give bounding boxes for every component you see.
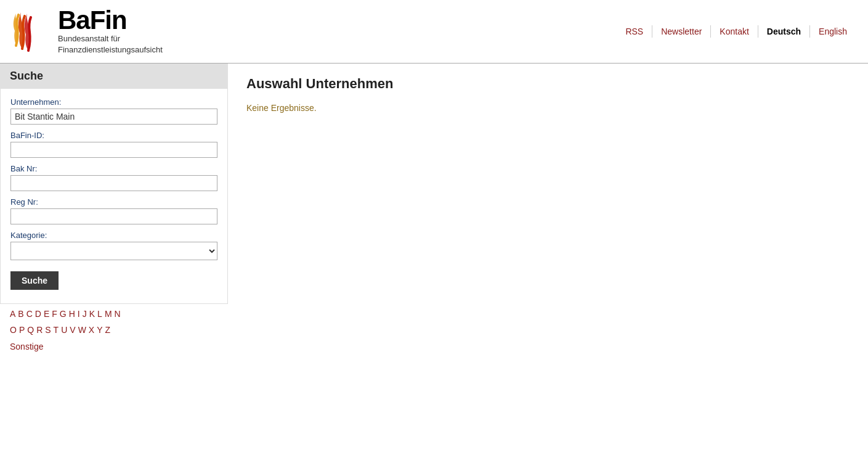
alpha-W[interactable]: W	[78, 322, 86, 338]
page-header: BaFin Bundesanstalt für Finanzdienstleis…	[0, 0, 868, 63]
alpha-M[interactable]: M	[105, 306, 112, 322]
alpha-R[interactable]: R	[36, 322, 43, 338]
nav-deutsch[interactable]: Deutsch	[758, 25, 810, 38]
kategorie-group: Kategorie:	[10, 231, 217, 260]
alpha-D[interactable]: D	[35, 306, 41, 322]
bafin-id-label: BaFin-ID:	[10, 131, 217, 140]
unternehmen-input[interactable]	[10, 109, 217, 125]
sidebar: Suche Unternehmen: BaFin-ID: Bak Nr: Reg…	[0, 64, 228, 369]
alpha-A[interactable]: A	[10, 306, 15, 322]
alpha-K[interactable]: K	[89, 306, 95, 322]
alpha-P[interactable]: P	[19, 322, 25, 338]
unternehmen-label: Unternehmen:	[10, 97, 217, 107]
logo-bafin-text: BaFin	[58, 7, 163, 33]
alpha-C[interactable]: C	[26, 306, 33, 322]
no-results-text: Keine Ergebnisse.	[246, 103, 850, 113]
nav-kontakt[interactable]: Kontakt	[711, 25, 758, 38]
alpha-O[interactable]: O	[10, 322, 17, 338]
alpha-N[interactable]: N	[115, 306, 121, 322]
alphabet-nav: A B C D E F G H I J K L M N O P Q R S	[0, 304, 228, 357]
alpha-H[interactable]: H	[69, 306, 75, 322]
unternehmen-group: Unternehmen:	[10, 97, 217, 125]
alpha-Z[interactable]: Z	[105, 322, 111, 338]
alpha-Y[interactable]: Y	[97, 322, 102, 338]
alpha-Q[interactable]: Q	[27, 322, 34, 338]
nav-rss[interactable]: RSS	[617, 25, 652, 38]
alpha-sonstige[interactable]: Sonstige	[10, 339, 218, 355]
alpha-U[interactable]: U	[61, 322, 67, 338]
nav-newsletter[interactable]: Newsletter	[652, 25, 711, 38]
bak-nr-group: Bak Nr:	[10, 164, 217, 191]
bafin-id-group: BaFin-ID:	[10, 131, 217, 158]
bafin-logo-icon	[12, 10, 48, 53]
alpha-X[interactable]: X	[89, 322, 94, 338]
alphabet-row-2: O P Q R S T U V W X Y Z	[10, 322, 218, 338]
reg-nr-label: Reg Nr:	[10, 197, 217, 207]
logo-subtitle: Bundesanstalt für Finanzdienstleistungsa…	[58, 33, 163, 55]
main-content: Auswahl Unternehmen Keine Ergebnisse.	[228, 64, 868, 125]
alpha-V[interactable]: V	[70, 322, 75, 338]
alpha-E[interactable]: E	[44, 306, 49, 322]
bak-nr-input[interactable]	[10, 175, 217, 191]
bak-nr-label: Bak Nr:	[10, 164, 217, 173]
alpha-G[interactable]: G	[60, 306, 67, 322]
bafin-id-input[interactable]	[10, 142, 217, 158]
logo-area: BaFin Bundesanstalt für Finanzdienstleis…	[12, 7, 163, 55]
alpha-J[interactable]: J	[83, 306, 87, 322]
nav-english[interactable]: English	[810, 25, 856, 38]
page-layout: Suche Unternehmen: BaFin-ID: Bak Nr: Reg…	[0, 64, 868, 409]
kategorie-label: Kategorie:	[10, 231, 217, 240]
reg-nr-input[interactable]	[10, 208, 217, 224]
reg-nr-group: Reg Nr:	[10, 197, 217, 224]
alpha-B[interactable]: B	[18, 306, 23, 322]
search-button[interactable]: Suche	[10, 271, 59, 290]
sidebar-header: Suche	[0, 64, 228, 89]
alphabet-row-1: A B C D E F G H I J K L M N	[10, 306, 218, 322]
alpha-F[interactable]: F	[52, 306, 57, 322]
logo-text: BaFin Bundesanstalt für Finanzdienstleis…	[58, 7, 163, 55]
top-nav: RSS Newsletter Kontakt Deutsch English	[617, 25, 856, 38]
alpha-S[interactable]: S	[45, 322, 51, 338]
alpha-T[interactable]: T	[54, 322, 59, 338]
main-title: Auswahl Unternehmen	[246, 76, 850, 92]
alpha-I[interactable]: I	[78, 306, 80, 322]
search-form: Unternehmen: BaFin-ID: Bak Nr: Reg Nr: K…	[0, 89, 228, 304]
kategorie-select[interactable]	[10, 242, 217, 260]
alpha-L[interactable]: L	[97, 306, 102, 322]
